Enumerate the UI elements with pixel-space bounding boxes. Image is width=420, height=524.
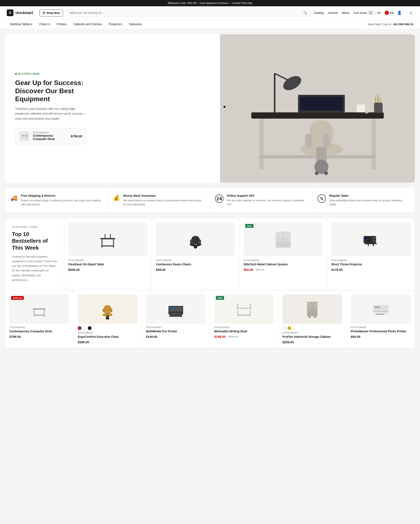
product-card-conf-chairs[interactable]: STOCKMART Conference Room Chairs $99.00 xyxy=(152,218,240,290)
hero-product-card[interactable]: STOCKMART Contemporary Computer Desk $79… xyxy=(15,128,87,144)
product-image-elite-cabinet: Sale xyxy=(244,222,323,256)
svg-point-65 xyxy=(106,318,107,320)
region-selector[interactable]: 🍁 CA xyxy=(385,11,394,15)
product-image-proflex-cabinet xyxy=(282,294,342,324)
dot-inactive[interactable] xyxy=(223,110,225,111)
about-link[interactable]: About xyxy=(342,11,350,15)
price-container: $59.00 $69.00 xyxy=(244,268,323,271)
product-price: $179.00 xyxy=(331,268,411,271)
product-card-projector[interactable]: STOCKMART Short Throw Projector $179.00 xyxy=(327,218,415,290)
product-brand: STOCKMART xyxy=(156,259,235,262)
product-name: EliteTech Metal Cabinet System xyxy=(244,262,323,266)
product-name: Contemporary Computer Desk xyxy=(9,329,69,333)
svg-rect-51 xyxy=(373,240,376,241)
product-image-photo-printer xyxy=(351,294,411,324)
product-price: $389.00 xyxy=(78,340,137,344)
swatch-white[interactable] xyxy=(83,326,87,330)
nav-printers[interactable]: Printers xyxy=(53,19,70,29)
product-card-flexi-desk[interactable]: STOCKMART FlexiDesk Sit-Stand Table $849… xyxy=(64,218,152,290)
svg-point-36 xyxy=(194,245,197,249)
navigation-bar: Working Tables ▾ Chairs ▾ Printers Cabin… xyxy=(0,19,420,29)
search-input[interactable] xyxy=(67,9,301,17)
account-button[interactable]: 👤 xyxy=(397,10,402,15)
product-name: ErgoComfort Executive Chair xyxy=(78,335,137,339)
header: S stockmart ☰ Shop Now 🔍 Catalog Journal… xyxy=(0,6,420,19)
svg-rect-6 xyxy=(371,119,376,169)
announcement-bar: Midseason Sale: 20% Off — Auto Applied a… xyxy=(0,0,420,6)
feature-support-desc: For any order inquiries or concerns, our… xyxy=(227,199,307,207)
svg-rect-95 xyxy=(376,314,379,314)
feature-shipping: 🚚 Free Shipping & Returns Explore our br… xyxy=(5,188,108,212)
svg-rect-38 xyxy=(199,240,201,243)
swatch-white[interactable] xyxy=(282,326,286,330)
search-button[interactable]: 🔍 xyxy=(301,9,310,17)
product-card-min-desk[interactable]: Sale STOCKMART Minimalist Writing Desk $… xyxy=(210,290,278,348)
svg-rect-71 xyxy=(171,313,181,314)
svg-rect-79 xyxy=(250,303,251,307)
svg-point-43 xyxy=(282,234,284,235)
dropdown-icon: ▾ xyxy=(49,22,50,26)
product-name: MultiMedia Pro Printer xyxy=(146,329,206,333)
swatch-red[interactable] xyxy=(78,326,81,330)
svg-rect-63 xyxy=(103,309,104,312)
nav-cabinets[interactable]: Cabinets and Shelves xyxy=(70,19,105,29)
hero-section: IN STOCK NOW Gear Up for Success: Discov… xyxy=(5,34,415,183)
svg-point-25 xyxy=(315,171,319,175)
product-brand: STOCKMART xyxy=(9,326,69,329)
catalog-link[interactable]: Catalog xyxy=(314,11,324,15)
product-card-ergo-chair[interactable]: STOCKMART ErgoComfort Executive Chair $3… xyxy=(73,290,142,348)
svg-rect-37 xyxy=(190,240,192,243)
nav-stationery[interactable]: Stationery xyxy=(125,19,145,29)
color-swatches xyxy=(282,326,342,330)
support-icon: 24 xyxy=(215,194,223,203)
svg-rect-30 xyxy=(101,245,114,246)
svg-rect-4 xyxy=(251,112,384,119)
product-card-comp-desk[interactable]: Sold out STOCKMART Contemporary Computer… xyxy=(5,290,73,348)
toggle-switch[interactable] xyxy=(368,11,376,15)
cart-button[interactable]: 🛒 xyxy=(409,10,413,15)
svg-rect-74 xyxy=(236,307,252,309)
hero-product-price: $799.00 xyxy=(71,134,82,138)
hero-pagination xyxy=(223,106,226,111)
dropdown-icon: ▾ xyxy=(31,22,32,26)
nav-chairs[interactable]: Chairs ▾ xyxy=(36,19,53,29)
svg-rect-27 xyxy=(100,238,115,239)
product-card-mm-printer[interactable]: STOCKMART MultiMedia Pro Printer $149.00 xyxy=(142,290,210,348)
logo-text: stockmart xyxy=(15,11,33,15)
journal-link[interactable]: Journal xyxy=(328,11,337,15)
announcement-text: Midseason Sale: 20% Off — Auto Applied a… xyxy=(168,2,253,5)
logo[interactable]: S stockmart xyxy=(7,9,36,16)
swatch-yellow[interactable] xyxy=(288,326,291,330)
feature-moneyback: 💰 Money Back Guarantee We stand behind o… xyxy=(108,188,210,212)
dot-active[interactable] xyxy=(223,106,226,108)
feature-support: 24 Online Support 24/7 For any order inq… xyxy=(210,188,313,212)
nav-projectors[interactable]: Projectors xyxy=(105,19,125,29)
product-brand: STOCKMART xyxy=(214,326,274,329)
swatch-black[interactable] xyxy=(88,326,92,330)
product-brand: STOCKMART xyxy=(78,332,137,334)
featured-items-label: FEATURED ITEMS xyxy=(12,226,57,228)
svg-rect-57 xyxy=(44,309,45,317)
product-price: $59.00 xyxy=(351,335,411,338)
svg-rect-12 xyxy=(374,103,383,113)
svg-rect-23 xyxy=(305,134,312,147)
product-price: $849.00 xyxy=(68,268,148,271)
nav-working-tables[interactable]: Working Tables ▾ xyxy=(7,19,36,29)
svg-rect-56 xyxy=(34,309,35,317)
product-card-proflex-cabinet[interactable]: STOCKMART ProFlex Industrial Storage Cab… xyxy=(278,290,347,348)
product-card-elite-cabinet[interactable]: Sale STOCKMART EliteTech Metal Cabinet S… xyxy=(239,218,327,290)
dark-mode-toggle[interactable]: Dark Mode Off xyxy=(354,11,381,15)
product-image-projector xyxy=(331,222,411,256)
help-phone: +84 2500 888 33 xyxy=(393,23,413,26)
sale-badge: Sale xyxy=(245,224,254,228)
svg-rect-77 xyxy=(237,315,251,316)
shop-now-button[interactable]: ☰ Shop Now xyxy=(39,9,63,16)
menu-icon: ☰ xyxy=(43,11,45,15)
bestsellers-title: Top 10 Bestsellers of This Week xyxy=(12,231,57,251)
search-bar: 🔍 xyxy=(66,9,310,17)
shipping-icon: 🚚 xyxy=(10,194,18,207)
svg-rect-32 xyxy=(110,234,111,238)
svg-rect-55 xyxy=(33,308,45,309)
svg-point-26 xyxy=(324,171,328,175)
product-card-photo-printer[interactable]: STOCKMART PhotoMaster Professional Photo… xyxy=(347,290,415,348)
